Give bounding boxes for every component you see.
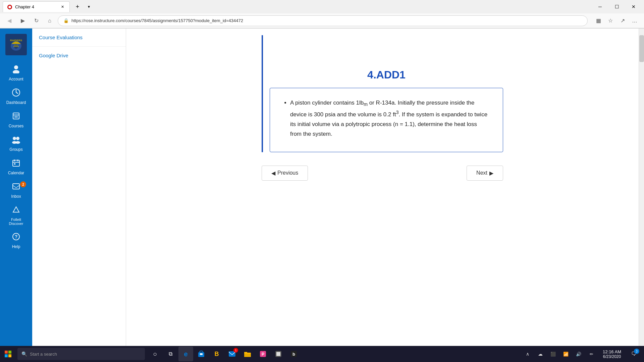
taskbar-bing[interactable]: B bbox=[209, 347, 224, 361]
follett-icon bbox=[12, 205, 20, 216]
cortana-icon: ○ bbox=[153, 350, 157, 358]
taskbar-mail[interactable]: 1 bbox=[225, 347, 239, 361]
course-evaluations-link[interactable]: Course Evaluations bbox=[32, 31, 126, 44]
tab-overflow-button[interactable]: ▾ bbox=[84, 2, 94, 11]
groups-icon bbox=[11, 135, 21, 146]
sidebar-item-courses[interactable]: Courses bbox=[0, 108, 32, 132]
taskbar-search-bar[interactable]: 🔍 Start a search bbox=[17, 348, 145, 360]
next-button[interactable]: Next ▶ bbox=[467, 166, 503, 181]
taskbar-task-view[interactable]: ⧉ bbox=[163, 347, 178, 361]
forward-button[interactable]: ▶ bbox=[17, 15, 28, 26]
sidebar-item-inbox[interactable]: 2 Inbox bbox=[0, 179, 32, 202]
taskbar-search-icon: 🔍 bbox=[21, 351, 27, 357]
tray-volume[interactable]: 🔊 bbox=[573, 347, 585, 361]
mail-badge: 1 bbox=[233, 348, 238, 353]
share-button[interactable]: ↗ bbox=[617, 15, 628, 26]
clock-date: 6/23/2020 bbox=[603, 354, 621, 359]
tray-cloud[interactable]: ☁ bbox=[534, 347, 546, 361]
app-body: RAIDERS Account bbox=[0, 28, 644, 362]
logo-area: RAIDERS bbox=[0, 28, 32, 61]
tray-chevron[interactable]: ∧ bbox=[522, 347, 534, 361]
svg-point-1 bbox=[8, 6, 11, 8]
tray-display[interactable]: ⬛ bbox=[547, 347, 559, 361]
url-bar[interactable]: 🔒 https://rose.instructure.com/courses/7… bbox=[58, 15, 588, 26]
next-label: Next bbox=[476, 170, 487, 176]
back-button[interactable]: ◀ bbox=[4, 15, 15, 26]
home-button[interactable]: ⌂ bbox=[44, 15, 55, 26]
browser-tab[interactable]: Chapter 4 ✕ bbox=[3, 1, 70, 12]
title-bar: Chapter 4 ✕ + ▾ ─ ☐ ✕ bbox=[0, 0, 644, 13]
windows-icon bbox=[5, 351, 11, 357]
explorer-icon bbox=[244, 351, 251, 357]
svg-point-8 bbox=[14, 65, 18, 69]
left-nav: RAIDERS Account bbox=[0, 28, 32, 362]
sidebar-item-follett[interactable]: FollettDiscover bbox=[0, 202, 32, 229]
svg-rect-19 bbox=[13, 160, 19, 166]
display-icon: ⬛ bbox=[550, 352, 556, 357]
taskbar-app2[interactable] bbox=[271, 347, 286, 361]
sidebar-item-help[interactable]: ? Help bbox=[0, 229, 32, 252]
taskbar-app-icons: ○ ⧉ e B 1 bbox=[148, 347, 301, 361]
sidebar-item-account[interactable]: Account bbox=[0, 61, 32, 85]
taskbar-cortana[interactable]: ○ bbox=[148, 347, 162, 361]
svg-text:?: ? bbox=[15, 234, 18, 239]
new-tab-button[interactable]: + bbox=[72, 2, 83, 11]
taskbar: 🔍 Start a search ○ ⧉ e B bbox=[0, 346, 644, 362]
problem-title: 4.ADD1 bbox=[270, 69, 503, 81]
dashboard-icon bbox=[12, 88, 20, 99]
window-controls: ─ ☐ ✕ bbox=[592, 1, 641, 12]
content-wrapper: 4.ADD1 A piston cylinder contains 1lbm o… bbox=[248, 28, 517, 207]
maximize-button[interactable]: ☐ bbox=[609, 1, 625, 12]
start-button[interactable] bbox=[0, 346, 16, 362]
problem-text: A piston cylinder contains 1lbm or R-134… bbox=[283, 98, 489, 139]
main-content: 4.ADD1 A piston cylinder contains 1lbm o… bbox=[126, 28, 639, 362]
svg-rect-31 bbox=[8, 351, 11, 354]
bing-icon: B bbox=[215, 351, 219, 358]
svg-rect-43 bbox=[276, 352, 280, 356]
sidebar-item-label-groups: Groups bbox=[9, 147, 22, 152]
tray-stylus[interactable]: ✏ bbox=[585, 347, 597, 361]
previous-label: Previous bbox=[277, 170, 298, 176]
stylus-icon: ✏ bbox=[590, 352, 593, 357]
svg-point-9 bbox=[13, 70, 19, 73]
taskbar-edge[interactable]: e bbox=[178, 347, 193, 361]
previous-button[interactable]: ◀ Previous bbox=[262, 166, 308, 181]
tray-network[interactable]: 📶 bbox=[560, 347, 572, 361]
svg-marker-27 bbox=[13, 207, 19, 212]
google-drive-link[interactable]: Google Drive bbox=[32, 49, 126, 62]
tab-close-button[interactable]: ✕ bbox=[59, 4, 65, 10]
sidebar-item-label-follett: FollettDiscover bbox=[9, 218, 23, 226]
right-scrollbar bbox=[639, 28, 644, 362]
close-button[interactable]: ✕ bbox=[626, 1, 641, 12]
favorites-button[interactable]: ☆ bbox=[605, 15, 616, 26]
svg-rect-33 bbox=[8, 354, 11, 357]
taskbar-clock[interactable]: 12:16 AM 6/23/2020 bbox=[599, 349, 625, 359]
sidebar-item-label-account: Account bbox=[9, 77, 23, 81]
svg-point-15 bbox=[13, 137, 16, 140]
sidebar-item-label-calendar: Calendar bbox=[8, 171, 24, 175]
settings-button[interactable]: … bbox=[629, 15, 640, 26]
notification-button[interactable]: 🗨 3 bbox=[627, 347, 641, 361]
taskbar-app1[interactable]: P bbox=[256, 347, 270, 361]
sidebar-item-groups[interactable]: Groups bbox=[0, 132, 32, 155]
taskbar-explorer[interactable] bbox=[240, 347, 255, 361]
taskbar-store[interactable] bbox=[194, 347, 209, 361]
svg-rect-39 bbox=[244, 352, 247, 353]
svg-text:P: P bbox=[262, 352, 264, 357]
reading-view-button[interactable]: ▦ bbox=[593, 15, 604, 26]
app3-icon: b bbox=[290, 350, 298, 358]
url-text: https://rose.instructure.com/courses/784… bbox=[71, 18, 243, 23]
toolbar-icons: ▦ ☆ ↗ … bbox=[593, 15, 640, 26]
sidebar-item-calendar[interactable]: Calendar bbox=[0, 155, 32, 179]
browser-chrome: Chapter 4 ✕ + ▾ ─ ☐ ✕ ◀ ▶ ↻ ⌂ 🔒 https://… bbox=[0, 0, 644, 28]
taskbar-app3[interactable]: b bbox=[286, 347, 301, 361]
svg-rect-35 bbox=[200, 353, 203, 355]
refresh-button[interactable]: ↻ bbox=[31, 15, 42, 26]
nav-divider bbox=[32, 46, 126, 47]
volume-icon: 🔊 bbox=[576, 352, 581, 357]
minimize-button[interactable]: ─ bbox=[592, 1, 608, 12]
svg-line-26 bbox=[16, 185, 19, 188]
inbox-badge: 2 bbox=[20, 181, 26, 187]
sidebar-item-dashboard[interactable]: Dashboard bbox=[0, 85, 32, 108]
cloud-icon: ☁ bbox=[538, 351, 543, 357]
